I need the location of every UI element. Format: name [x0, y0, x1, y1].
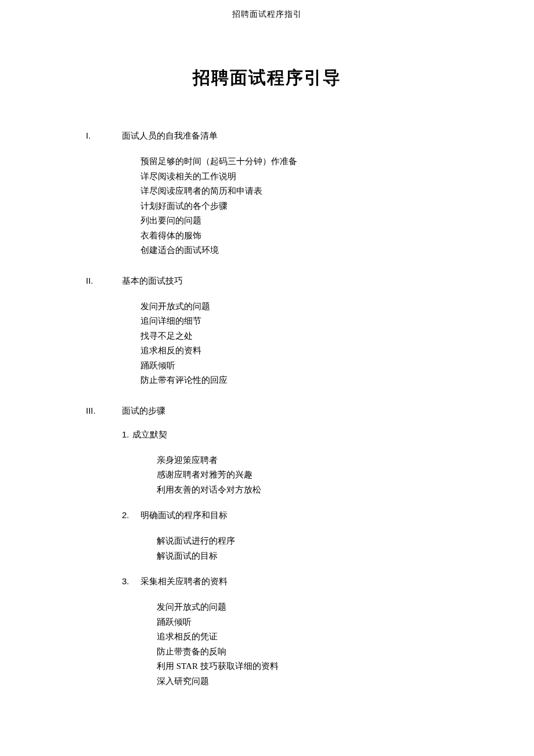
subsection-title: 明确面试的程序和目标 [140, 510, 228, 521]
list-item: 深入研究问题 [157, 674, 476, 689]
subsection: 2.明确面试的程序和目标解说面试进行的程序解说面试的目标 [86, 510, 476, 563]
subsection-number: 3. [122, 576, 140, 587]
subitems-list: 发问开放式的问题踊跃倾听追求相反的凭证防止带责备的反响利用 STAR 技巧获取详… [86, 600, 476, 689]
list-item: 利用友善的对话令对方放松 [157, 483, 476, 498]
items-list: 预留足够的时间（起码三十分钟）作准备详尽阅读相关的工作说明详尽阅读应聘者的简历和… [86, 154, 476, 258]
list-item: 找寻不足之处 [140, 329, 476, 344]
subitems-list: 解说面试进行的程序解说面试的目标 [86, 534, 476, 563]
section-number: III. [86, 406, 122, 417]
subsection-number: 2. [122, 510, 140, 521]
list-item: 计划好面试的各个步骤 [140, 199, 476, 214]
page-title: 招聘面试程序引导 [0, 66, 534, 90]
subsection-title: 成立默契 [132, 429, 167, 440]
items-list: 发问开放式的问题追问详细的细节找寻不足之处追求相反的资料踊跃倾听防止带有评论性的… [86, 299, 476, 388]
section-number: I. [86, 131, 122, 142]
list-item: 预留足够的时间（起码三十分钟）作准备 [140, 154, 476, 169]
list-item: 防止带责备的反响 [157, 645, 476, 660]
subsection: 1.成立默契亲身迎策应聘者感谢应聘者对雅芳的兴趣利用友善的对话令对方放松 [86, 429, 476, 498]
section: III.面试的步骤1.成立默契亲身迎策应聘者感谢应聘者对雅芳的兴趣利用友善的对话… [86, 406, 476, 689]
section-header: I.面试人员的自我准备清单 [86, 131, 476, 142]
page-header: 招聘面试程序指引 [0, 0, 534, 20]
list-item: 感谢应聘者对雅芳的兴趣 [157, 468, 476, 483]
list-item: 解说面试进行的程序 [157, 534, 476, 549]
list-item: 衣着得体的服饰 [140, 229, 476, 244]
list-item: 列出要问的问题 [140, 214, 476, 229]
section-header: III.面试的步骤 [86, 406, 476, 417]
list-item: 追问详细的细节 [140, 314, 476, 329]
list-item: 防止带有评论性的回应 [140, 373, 476, 388]
subsection-number: 1. [122, 429, 132, 440]
section: I.面试人员的自我准备清单预留足够的时间（起码三十分钟）作准备详尽阅读相关的工作… [86, 131, 476, 258]
subitems-list: 亲身迎策应聘者感谢应聘者对雅芳的兴趣利用友善的对话令对方放松 [86, 453, 476, 498]
list-item: 解说面试的目标 [157, 549, 476, 564]
subsection: 3.采集相关应聘者的资料发问开放式的问题踊跃倾听追求相反的凭证防止带责备的反响利… [86, 576, 476, 689]
list-item: 踊跃倾听 [157, 615, 476, 630]
subsection-header: 3.采集相关应聘者的资料 [86, 576, 476, 587]
list-item: 利用 STAR 技巧获取详细的资料 [157, 659, 476, 674]
list-item: 详尽阅读相关的工作说明 [140, 169, 476, 185]
section-title: 基本的面试技巧 [122, 276, 183, 287]
list-item: 亲身迎策应聘者 [157, 453, 476, 468]
section-number: II. [86, 276, 122, 287]
list-item: 追求相反的凭证 [157, 630, 476, 645]
list-item: 发问开放式的问题 [157, 600, 476, 615]
list-item: 踊跃倾听 [140, 359, 476, 374]
section-title: 面试的步骤 [122, 406, 165, 417]
content-body: I.面试人员的自我准备清单预留足够的时间（起码三十分钟）作准备详尽阅读相关的工作… [0, 131, 534, 689]
list-item: 详尽阅读应聘者的简历和申请表 [140, 184, 476, 199]
subsection-header: 2.明确面试的程序和目标 [86, 510, 476, 521]
subsection-title: 采集相关应聘者的资料 [140, 576, 228, 587]
list-item: 创建适合的面试环境 [140, 243, 476, 258]
section-header: II.基本的面试技巧 [86, 276, 476, 287]
list-item: 发问开放式的问题 [140, 299, 476, 314]
subsection-header: 1.成立默契 [86, 429, 476, 440]
list-item: 追求相反的资料 [140, 343, 476, 359]
section: II.基本的面试技巧发问开放式的问题追问详细的细节找寻不足之处追求相反的资料踊跃… [86, 276, 476, 388]
section-title: 面试人员的自我准备清单 [122, 131, 218, 142]
